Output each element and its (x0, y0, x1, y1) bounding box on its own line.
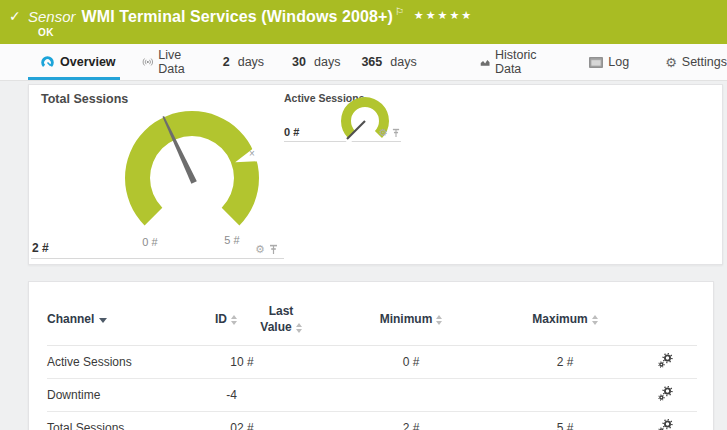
tab-365-days[interactable]: 365 days (361, 44, 416, 80)
flag-icon[interactable]: ⚐ (395, 6, 404, 17)
tab-log[interactable]: Log (589, 44, 629, 80)
gauge-panel-active-sessions: Active Sessions 0 # ⚙ (284, 85, 401, 142)
gauge-panel-total-sessions: Total Sessions × 0 # 5 # 2 # ⚙ (31, 85, 284, 259)
channel-id: -4 (197, 379, 237, 412)
tab-365-days-label: days (390, 55, 416, 69)
sort-icon (592, 315, 598, 325)
table-header-row: Channel ID Last Value Minimum Maximum (47, 295, 697, 346)
channel-name: Downtime (47, 379, 197, 412)
gauge-gear-icon[interactable]: ⚙ (379, 128, 388, 138)
column-header-last-value[interactable]: Last Value (237, 295, 325, 346)
tab-historic-data[interactable]: Historic Data (480, 44, 548, 80)
gauges-panel: Total Sessions × 0 # 5 # 2 # ⚙ Active Se (28, 84, 723, 265)
tab-2-days-number: 2 (223, 55, 230, 69)
tab-historic-data-label: Historic Data (495, 48, 547, 76)
tab-settings-label: Settings (682, 55, 727, 69)
tab-365-days-number: 365 (361, 55, 382, 69)
channel-last-value (237, 379, 325, 412)
sensor-kind-label: Sensor (28, 8, 76, 25)
table-row: Total Sessions 0 2 # 2 # 5 # (47, 412, 697, 430)
channel-id: 0 (197, 412, 237, 430)
gauge-icon (40, 56, 55, 69)
live-data-icon (142, 56, 154, 68)
gauge-gear-icon[interactable]: ⚙ (255, 244, 265, 255)
column-header-settings (633, 295, 697, 346)
tab-30-days-label: days (314, 55, 340, 69)
sensor-title: WMI Terminal Services (Windows 2008+) (82, 8, 393, 25)
channel-last-value: 2 # (237, 412, 325, 430)
tab-bar: Overview Live Data 2 days 30 days 365 da… (0, 44, 727, 81)
historic-data-icon (480, 56, 490, 68)
sensor-overview-page: ✓ SensorWMI Terminal Services (Windows 2… (0, 0, 727, 430)
gauge-pin-icon[interactable] (392, 128, 400, 138)
sort-desc-icon (99, 318, 107, 323)
column-header-maximum-label: Maximum (532, 312, 587, 326)
priority-stars[interactable]: ★★★★★ (414, 9, 473, 21)
tab-overview-label: Overview (60, 55, 116, 69)
gauge-scale-max: 5 # (215, 234, 249, 246)
tab-30-days[interactable]: 30 days (292, 44, 340, 80)
log-icon (589, 57, 603, 68)
channel-settings-icon[interactable] (658, 419, 673, 430)
column-header-channel[interactable]: Channel (47, 295, 197, 346)
channels-panel: Channel ID Last Value Minimum Maximum (28, 281, 714, 430)
column-header-minimum-label: Minimum (380, 312, 433, 326)
gauge-title-total-sessions: Total Sessions (41, 92, 128, 106)
tab-2-days-label: days (238, 55, 264, 69)
column-header-maximum[interactable]: Maximum (497, 295, 633, 346)
channel-settings-icon[interactable] (658, 353, 673, 371)
tab-30-days-number: 30 (292, 55, 306, 69)
column-header-channel-label: Channel (47, 312, 94, 326)
table-row: Downtime -4 (47, 379, 697, 412)
channel-id: 1 (197, 346, 237, 379)
channel-minimum (325, 379, 497, 412)
sensor-title-row: SensorWMI Terminal Services (Windows 200… (28, 6, 473, 26)
column-header-minimum[interactable]: Minimum (325, 295, 497, 346)
channel-maximum: 2 # (497, 346, 633, 379)
sort-icon (231, 315, 237, 325)
sensor-header-bar: ✓ SensorWMI Terminal Services (Windows 2… (0, 0, 727, 44)
gauge-pin-icon[interactable] (269, 244, 278, 255)
channel-minimum: 0 # (325, 346, 497, 379)
active-sessions-gauge[interactable] (335, 89, 395, 149)
tab-settings[interactable]: ⚙ Settings (665, 44, 727, 80)
tab-2-days[interactable]: 2 days (223, 44, 264, 80)
channel-settings-icon[interactable] (658, 386, 673, 404)
channel-name: Total Sessions (47, 412, 197, 430)
table-row: Active Sessions 1 0 # 0 # 2 # (47, 346, 697, 379)
channel-maximum: 5 # (497, 412, 633, 430)
gauge-toolbar-active: ⚙ (379, 128, 400, 138)
channel-maximum (497, 379, 633, 412)
channel-minimum: 2 # (325, 412, 497, 430)
total-sessions-value: 2 # (32, 241, 49, 255)
sort-icon (296, 323, 302, 333)
tab-overview[interactable]: Overview (40, 44, 116, 80)
gauge-toolbar-total: ⚙ (255, 244, 278, 255)
sensor-status-text: OK (38, 27, 54, 38)
gauge-scale-min: 0 # (133, 236, 167, 248)
tab-live-data[interactable]: Live Data (142, 44, 197, 80)
channel-name: Active Sessions (47, 346, 197, 379)
tab-live-data-label: Live Data (158, 48, 196, 76)
tab-log-label: Log (608, 55, 629, 69)
status-ok-check-icon: ✓ (9, 8, 21, 24)
channel-last-value: 0 # (237, 346, 325, 379)
active-sessions-value: 0 # (284, 126, 299, 138)
column-header-id[interactable]: ID (197, 295, 237, 346)
gauge-marker-x: × (249, 148, 255, 159)
sort-icon (436, 315, 442, 325)
total-sessions-gauge[interactable] (117, 100, 267, 255)
gear-icon: ⚙ (665, 56, 677, 69)
column-header-last-value-label: Last Value (260, 304, 293, 334)
column-header-id-label: ID (215, 312, 227, 326)
channels-table: Channel ID Last Value Minimum Maximum (47, 295, 697, 430)
